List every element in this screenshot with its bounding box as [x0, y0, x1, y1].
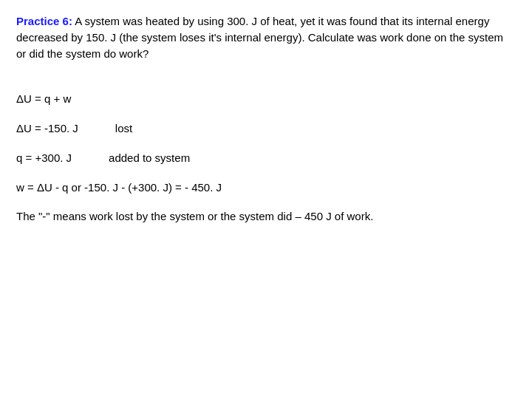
equation-block: ΔU = q + w ΔU = -150. Jlost q = +300. Ja…	[16, 91, 516, 195]
intro-text: A system was heated by using 300. J of h…	[16, 15, 503, 60]
equation-line-3: q = +300. Jadded to system	[16, 150, 516, 166]
eq4-text: w = ΔU - q or -150. J - (+300. J) = - 45…	[16, 181, 222, 194]
equation-line-4: w = ΔU - q or -150. J - (+300. J) = - 45…	[16, 180, 516, 196]
eq2-right: lost	[115, 122, 132, 134]
conclusion-text: The "-" means work lost by the system or…	[16, 210, 373, 222]
eq2-left: ΔU = -150. J	[16, 122, 78, 134]
equation-line-2: ΔU = -150. Jlost	[16, 120, 516, 137]
conclusion-block: The "-" means work lost by the system or…	[16, 208, 516, 225]
practice-title: Practice 6:	[16, 15, 72, 27]
equation-line-1: ΔU = q + w	[16, 91, 516, 107]
eq3-right: added to system	[109, 151, 190, 164]
eq3-left: q = +300. J	[16, 151, 72, 164]
eq1-text: ΔU = q + w	[16, 92, 71, 105]
intro-paragraph: Practice 6: A system was heated by using…	[16, 13, 516, 61]
